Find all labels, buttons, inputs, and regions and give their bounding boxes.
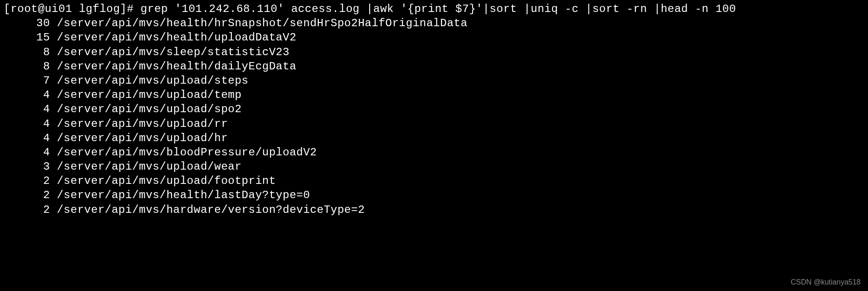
output-count: 2 [4,174,50,188]
prompt-host: ui01 [45,3,72,15]
output-count: 8 [4,59,50,74]
output-count: 4 [4,131,50,145]
output-path: /server/api/mvs/upload/hr [57,132,228,144]
prompt-directory: lgflog [79,3,120,15]
command-prompt: [root@ui01 lgflog]# grep '101.242.68.110… [4,2,864,16]
output-count: 4 [4,145,50,160]
output-path: /server/api/mvs/health/lastDay?type=0 [57,189,310,201]
prompt-suffix: ] [120,3,127,15]
watermark-text: CSDN @kutianya518 [791,278,861,287]
output-path: /server/api/mvs/health/dailyEcgData [57,60,297,73]
output-path: /server/api/mvs/hardware/version?deviceT… [57,204,365,216]
output-row: 4 /server/api/mvs/upload/hr [4,131,864,145]
prompt-prefix: [ [4,3,11,15]
output-count: 4 [4,88,50,102]
output-path: /server/api/mvs/sleep/statisticV23 [57,46,290,58]
output-path: /server/api/mvs/health/hrSnapshot/sendHr… [57,17,468,29]
output-count: 30 [4,16,50,30]
output-count: 2 [4,188,50,202]
output-count: 4 [4,117,50,131]
output-count: 2 [4,203,50,217]
output-row: 4 /server/api/mvs/upload/spo2 [4,102,864,116]
command-text: grep '101.242.68.110' access.log |awk '{… [141,3,736,15]
output-row: 4 /server/api/mvs/upload/rr [4,117,864,131]
output-path: /server/api/mvs/health/uploadDataV2 [57,31,297,44]
output-row: 2 /server/api/mvs/upload/footprint [4,174,864,188]
output-row: 2 /server/api/mvs/hardware/version?devic… [4,203,864,217]
output-count: 3 [4,160,50,174]
output-count: 7 [4,74,50,88]
output-count: 8 [4,45,50,59]
output-row: 15 /server/api/mvs/health/uploadDataV2 [4,30,864,45]
output-path: /server/api/mvs/upload/spo2 [57,103,242,115]
output-path: /server/api/mvs/upload/wear [57,160,242,173]
output-row: 7 /server/api/mvs/upload/steps [4,74,864,88]
output-row: 30 /server/api/mvs/health/hrSnapshot/sen… [4,16,864,30]
terminal-output[interactable]: [root@ui01 lgflog]# grep '101.242.68.110… [4,2,864,217]
prompt-space2 [134,3,141,15]
output-path: /server/api/mvs/bloodPressure/uploadV2 [57,146,317,159]
output-path: /server/api/mvs/upload/footprint [57,175,276,187]
output-row: 8 /server/api/mvs/sleep/statisticV23 [4,45,864,59]
output-row: 4 /server/api/mvs/bloodPressure/uploadV2 [4,145,864,160]
output-count: 15 [4,30,50,45]
output-path: /server/api/mvs/upload/steps [57,74,248,87]
output-path: /server/api/mvs/upload/temp [57,89,242,101]
output-row: 4 /server/api/mvs/upload/temp [4,88,864,102]
output-count: 4 [4,102,50,116]
output-path: /server/api/mvs/upload/rr [57,118,228,130]
prompt-symbol: # [127,3,134,15]
output-row: 8 /server/api/mvs/health/dailyEcgData [4,59,864,74]
output-row: 2 /server/api/mvs/health/lastDay?type=0 [4,188,864,202]
prompt-at: @ [38,3,45,15]
prompt-user: root [11,3,38,15]
output-row: 3 /server/api/mvs/upload/wear [4,160,864,174]
prompt-space [72,3,79,15]
